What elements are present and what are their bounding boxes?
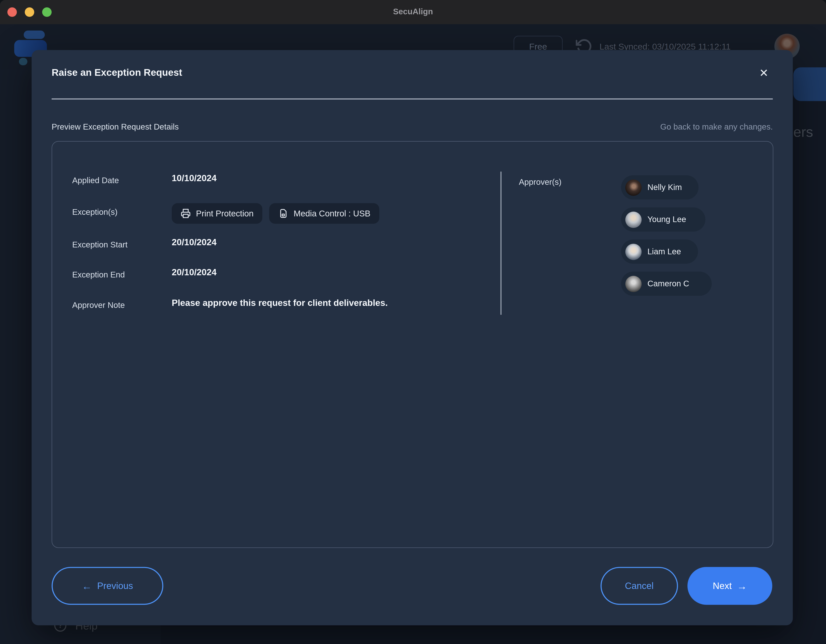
- approver-chip: Young Lee: [621, 207, 705, 232]
- exception-chip-label: Media Control : USB: [293, 209, 370, 218]
- field-value-exception-start: 20/10/2024: [172, 237, 217, 248]
- modal-title: Raise an Exception Request: [51, 67, 182, 78]
- avatar: [625, 179, 642, 195]
- next-button[interactable]: Next →: [688, 567, 772, 605]
- field-label-exceptions: Exception(s): [72, 207, 118, 217]
- field-label-exception-start: Exception Start: [72, 240, 128, 249]
- window-title: SecuAlign: [0, 7, 826, 16]
- arrow-right-icon: →: [737, 581, 747, 591]
- cancel-button[interactable]: Cancel: [601, 567, 678, 605]
- field-label-approver-note: Approver Note: [72, 300, 125, 310]
- sd-card-icon: [278, 208, 288, 218]
- field-value-applied-date: 10/10/2024: [172, 173, 217, 184]
- approvers-label: Approver(s): [519, 177, 562, 187]
- exception-chip-row: Print Protection Media Control : USB: [172, 203, 379, 224]
- approver-name: Nelly Kim: [647, 183, 682, 192]
- approver-chip: Cameron C: [621, 272, 712, 296]
- printer-icon: [181, 208, 191, 218]
- previous-button-label: Previous: [97, 581, 133, 591]
- cancel-button-label: Cancel: [625, 581, 654, 591]
- avatar: [625, 243, 642, 260]
- close-icon[interactable]: ✕: [755, 63, 773, 83]
- preview-heading: Preview Exception Request Details: [51, 122, 179, 132]
- avatar: [625, 211, 642, 228]
- approver-name: Cameron C: [647, 279, 689, 288]
- previous-button[interactable]: ← Previous: [51, 567, 163, 605]
- avatar: [625, 276, 642, 292]
- field-value-approver-note: Please approve this request for client d…: [172, 298, 388, 308]
- field-label-exception-end: Exception End: [72, 270, 125, 280]
- approver-chip: Liam Lee: [621, 240, 698, 264]
- exception-chip-print-protection: Print Protection: [172, 203, 262, 224]
- next-button-label: Next: [713, 581, 731, 591]
- column-divider: [500, 172, 502, 315]
- approver-chip: Nelly Kim: [621, 175, 699, 200]
- go-back-hint: Go back to make any changes.: [660, 122, 773, 132]
- field-value-exception-end: 20/10/2024: [172, 268, 217, 278]
- screen: SecuAlign Free Last Synced: 03/10/2025 1…: [0, 0, 826, 644]
- exception-chip-media-control: Media Control : USB: [269, 203, 379, 224]
- preview-card: Applied Date 10/10/2024 Exception(s) Pri…: [51, 141, 773, 548]
- approver-name: Young Lee: [647, 215, 686, 224]
- approver-name: Liam Lee: [647, 247, 681, 256]
- exception-request-modal: Raise an Exception Request ✕ Preview Exc…: [32, 50, 793, 625]
- exception-chip-label: Print Protection: [196, 209, 254, 218]
- header-divider: [51, 98, 773, 99]
- field-label-applied-date: Applied Date: [72, 176, 119, 185]
- arrow-left-icon: ←: [82, 581, 92, 591]
